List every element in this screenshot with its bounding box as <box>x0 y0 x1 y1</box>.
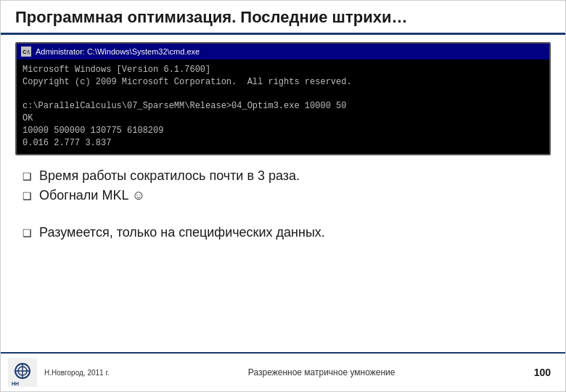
footer-org: Н.Новгород, 2011 г. <box>44 369 110 377</box>
bullet-item-2: ❑ Обогнали MKL ☺ <box>22 188 551 203</box>
cmd-line-1: Microsoft Windows [Version 6.1.7600] <box>22 64 544 76</box>
cmd-line-5: OK <box>22 113 544 125</box>
slide-title: Программная оптимизация. Последние штрих… <box>15 8 407 26</box>
bullet-section-2: ❑ Разумеется, только на специфических да… <box>15 225 551 240</box>
slide-container: Программная оптимизация. Последние штрих… <box>0 0 566 392</box>
cmd-titlebar: C:\ Administrator: C:\Windows\System32\c… <box>17 44 549 60</box>
svg-text:НН: НН <box>12 381 19 386</box>
cmd-line-7: 0.016 2.777 3.837 <box>22 137 544 150</box>
cmd-body: Microsoft Windows [Version 6.1.7600] Cop… <box>17 60 549 154</box>
spacer <box>15 211 551 218</box>
bullet-item-3: ❑ Разумеется, только на специфических да… <box>22 225 551 240</box>
bullet-text-2: Обогнали MKL ☺ <box>39 188 145 203</box>
cmd-line-2: Copyright (c) 2009 Microsoft Corporation… <box>22 76 544 89</box>
cmd-line-3 <box>22 89 544 101</box>
bullet-icon-2: ❑ <box>22 190 32 202</box>
logo: НН <box>8 358 37 387</box>
cmd-title-text: Administrator: C:\Windows\System32\cmd.e… <box>36 47 200 56</box>
footer-page-number: 100 <box>534 367 551 378</box>
content-area: C:\ Administrator: C:\Windows\System32\c… <box>1 35 565 352</box>
footer-left: НН Н.Новгород, 2011 г. <box>8 358 110 387</box>
cmd-window: C:\ Administrator: C:\Windows\System32\c… <box>15 42 551 155</box>
cmd-icon: C:\ <box>21 46 31 57</box>
cmd-line-4: c:\ParallelCalculus\07_SparseMM\Release>… <box>22 100 544 113</box>
bullet-section-1: ❑ Время работы сократилось почти в 3 раз… <box>15 168 551 203</box>
footer: НН Н.Новгород, 2011 г. Разреженное матри… <box>1 352 565 391</box>
bullet-item-1: ❑ Время работы сократилось почти в 3 раз… <box>22 168 551 184</box>
bullet-icon-1: ❑ <box>22 171 32 182</box>
cmd-line-6: 10000 500000 130775 6108209 <box>22 125 544 137</box>
bullet-text-1: Время работы сократилось почти в 3 раза. <box>39 168 300 184</box>
bullet-icon-3: ❑ <box>22 227 32 239</box>
footer-center-text: Разреженное матричное умножение <box>110 367 534 377</box>
title-bar: Программная оптимизация. Последние штрих… <box>1 1 565 35</box>
bullet-text-3: Разумеется, только на специфических данн… <box>39 225 325 240</box>
